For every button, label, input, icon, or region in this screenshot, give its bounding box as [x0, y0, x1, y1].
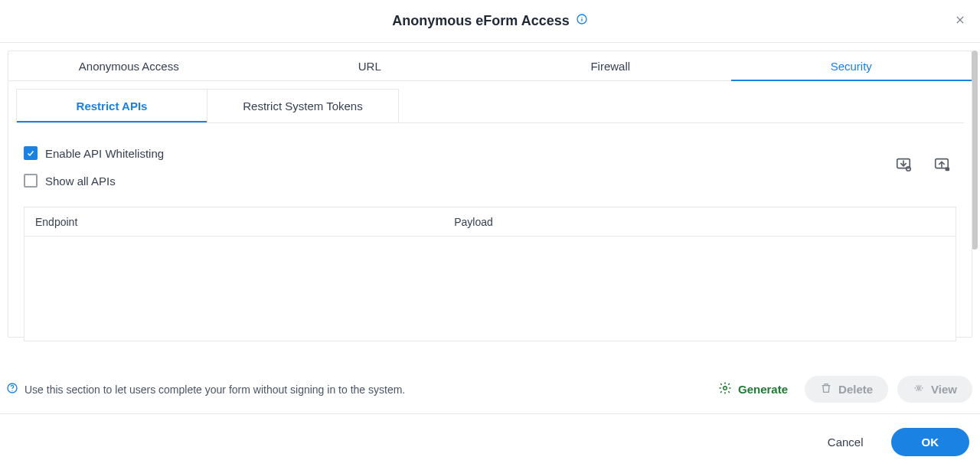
dialog-header: Anonymous eForm Access [0, 0, 980, 43]
api-table: Endpoint Payload [24, 207, 956, 341]
table-header-row: Endpoint Payload [24, 207, 956, 237]
table-body-empty [24, 237, 956, 341]
trash-icon [820, 382, 832, 397]
info-icon[interactable] [576, 13, 588, 29]
dialog-anonymous-eform-access: Anonymous eForm Access Anonymous Access … [0, 0, 980, 470]
svg-point-13 [724, 387, 727, 390]
security-panel: Restrict APIs Restrict System Tokens Ena… [8, 81, 972, 338]
cancel-button[interactable]: Cancel [818, 429, 873, 455]
subtab-restrict-tokens[interactable]: Restrict System Tokens [207, 89, 399, 122]
dialog-footer: Cancel OK [0, 414, 980, 470]
scrollbar[interactable] [972, 51, 978, 250]
option-label: Show all APIs [45, 175, 116, 188]
option-label: Enable API Whitelisting [45, 147, 164, 160]
hint-text: Use this section to let users complete y… [24, 384, 405, 396]
ok-button[interactable]: OK [891, 428, 970, 456]
delete-label: Delete [838, 383, 873, 396]
footer-actions-row: Use this section to let users complete y… [0, 365, 980, 414]
page-title: Anonymous eForm Access [392, 13, 587, 29]
close-icon [955, 15, 965, 28]
tab-security[interactable]: Security [731, 51, 972, 80]
checkbox-show-all-apis[interactable] [24, 174, 38, 188]
dialog-body: Anonymous Access URL Firewall Security R… [0, 43, 980, 365]
generate-button[interactable]: Generate [710, 377, 795, 402]
gear-icon [718, 381, 732, 397]
column-payload: Payload [443, 207, 956, 236]
divider [16, 122, 964, 123]
eye-icon [913, 382, 925, 397]
action-buttons: Generate Delete View [710, 376, 972, 403]
view-button[interactable]: View [897, 376, 972, 403]
table-toolbar [895, 156, 950, 173]
svg-point-14 [917, 387, 920, 389]
option-show-all-apis: Show all APIs [24, 167, 956, 194]
help-icon [6, 382, 18, 397]
options-group: Enable API Whitelisting Show all APIs [16, 122, 964, 201]
subtab-restrict-apis[interactable]: Restrict APIs [16, 89, 207, 122]
svg-rect-10 [946, 168, 950, 171]
svg-point-12 [11, 390, 12, 391]
column-endpoint: Endpoint [24, 207, 443, 236]
svg-point-2 [581, 17, 582, 18]
main-tabs: Anonymous Access URL Firewall Security [8, 51, 972, 81]
hint-row: Use this section to let users complete y… [6, 382, 405, 397]
tab-firewall[interactable]: Firewall [490, 51, 731, 80]
view-label: View [931, 383, 957, 396]
title-text: Anonymous eForm Access [392, 13, 569, 29]
close-button[interactable] [949, 11, 971, 32]
delete-button[interactable]: Delete [805, 376, 888, 403]
checkbox-enable-whitelisting[interactable] [24, 146, 38, 160]
sub-tabs: Restrict APIs Restrict System Tokens [16, 89, 399, 122]
export-icon[interactable] [933, 156, 950, 173]
generate-label: Generate [738, 383, 788, 396]
svg-point-7 [906, 167, 911, 171]
import-icon[interactable] [895, 156, 912, 173]
tab-url[interactable]: URL [250, 51, 491, 80]
tab-anonymous-access[interactable]: Anonymous Access [8, 51, 250, 80]
option-enable-whitelisting: Enable API Whitelisting [24, 139, 956, 167]
